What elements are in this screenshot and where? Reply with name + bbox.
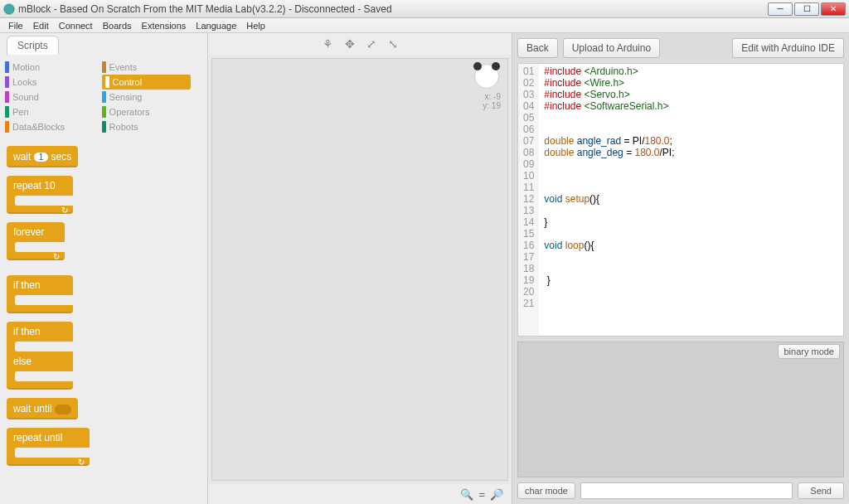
coord-y: y: 19: [483, 101, 501, 110]
coordinates: x: -9 y: 19: [483, 92, 501, 110]
edit-ide-button[interactable]: Edit with Arduino IDE: [732, 38, 844, 58]
main-area: Scripts MotionEventsLooksControlSoundSen…: [0, 33, 849, 504]
block-label: then: [21, 326, 40, 337]
menu-file[interactable]: File: [3, 21, 28, 31]
zoom-out-icon[interactable]: 🔍: [460, 488, 473, 501]
block-label: if: [13, 326, 21, 337]
minimize-button[interactable]: ─: [768, 2, 793, 16]
stage[interactable]: x: -9 y: 19: [211, 58, 508, 481]
block-label: secs: [48, 151, 71, 162]
category-label: Motion: [12, 62, 40, 72]
menu-extensions[interactable]: Extensions: [137, 21, 192, 31]
category-color-bar: [102, 61, 106, 73]
block-repeat[interactable]: repeat 10 ↻: [7, 176, 73, 214]
category-sensing[interactable]: Sensing: [102, 90, 199, 104]
block-if-else[interactable]: if then else: [7, 322, 73, 390]
menu-boards[interactable]: Boards: [98, 21, 137, 31]
category-color-bar: [5, 76, 9, 88]
category-datablocks[interactable]: Data&Blocks: [5, 119, 102, 134]
send-input[interactable]: [580, 482, 793, 499]
titlebar: mBlock - Based On Scratch From the MIT M…: [0, 0, 849, 18]
code-content[interactable]: #include <Arduino.h>#include <Wire.h>#in…: [539, 64, 679, 336]
condition-slot[interactable]: [55, 405, 71, 414]
send-button[interactable]: Send: [798, 482, 844, 499]
category-label: Data&Blocks: [12, 122, 65, 132]
category-label: Sound: [12, 92, 39, 102]
app-icon: [3, 3, 15, 15]
code-editor[interactable]: 0102030405060708091011121314151617181920…: [517, 63, 844, 337]
category-label: Operators: [109, 107, 150, 117]
block-value[interactable]: 1: [34, 153, 49, 162]
tab-scripts[interactable]: Scripts: [7, 36, 59, 55]
stage-toolbar: ⚘ ✥ ⤢ ⤡: [208, 33, 512, 55]
send-row: char mode Send: [517, 482, 844, 499]
category-list: MotionEventsLooksControlSoundSensingPenO…: [0, 55, 207, 139]
category-robots[interactable]: Robots: [102, 119, 199, 134]
maximize-button[interactable]: ☐: [794, 2, 819, 16]
line-gutter: 0102030405060708091011121314151617181920…: [518, 64, 539, 336]
loop-arrow-icon: ↻: [78, 458, 85, 467]
block-if[interactable]: if then: [7, 275, 73, 313]
category-color-bar: [5, 91, 9, 103]
block-label: wait: [13, 151, 34, 162]
category-sound[interactable]: Sound: [5, 90, 102, 104]
category-color-bar: [105, 76, 109, 88]
block-repeat-until[interactable]: repeat until ↻: [7, 428, 90, 466]
category-label: Control: [113, 77, 142, 87]
category-color-bar: [5, 61, 9, 73]
block-label: then: [21, 279, 40, 291]
category-label: Events: [109, 62, 138, 72]
menu-edit[interactable]: Edit: [28, 21, 54, 31]
block-palette: wait 1 secs repeat 10 ↻ forever ↻ if the…: [0, 139, 207, 504]
zoom-bar: 🔍 = 🔎: [208, 484, 512, 504]
block-label: if: [13, 279, 21, 291]
window-title: mBlock - Based On Scratch From the MIT M…: [18, 3, 768, 15]
category-pen[interactable]: Pen: [5, 104, 102, 119]
category-color-bar: [102, 91, 106, 103]
category-control[interactable]: Control: [102, 75, 191, 90]
category-looks[interactable]: Looks: [5, 75, 102, 90]
category-label: Pen: [12, 107, 29, 117]
block-label: repeat until: [13, 432, 62, 443]
console: binary mode: [517, 342, 844, 477]
category-label: Robots: [109, 122, 138, 132]
shrink-icon[interactable]: ⤡: [388, 37, 398, 51]
block-value[interactable]: 10: [44, 180, 55, 191]
category-motion[interactable]: Motion: [5, 60, 102, 75]
close-button[interactable]: ✕: [821, 2, 846, 16]
category-operators[interactable]: Operators: [102, 104, 199, 119]
tab-row: Scripts: [0, 33, 207, 55]
category-label: Sensing: [109, 92, 143, 102]
menu-connect[interactable]: Connect: [54, 21, 98, 31]
menubar: FileEditConnectBoardsExtensionsLanguageH…: [0, 18, 849, 33]
coord-x: x: -9: [483, 92, 501, 101]
category-events[interactable]: Events: [102, 60, 199, 75]
window-buttons: ─ ☐ ✕: [768, 2, 846, 16]
menu-help[interactable]: Help: [241, 21, 270, 31]
button-row: Back Upload to Arduino Edit with Arduino…: [517, 38, 844, 58]
right-column: Back Upload to Arduino Edit with Arduino…: [512, 33, 849, 504]
zoom-reset-icon[interactable]: =: [478, 488, 485, 501]
category-color-bar: [102, 106, 106, 118]
upload-button[interactable]: Upload to Arduino: [563, 38, 660, 58]
char-mode-button[interactable]: char mode: [517, 482, 575, 499]
category-color-bar: [102, 121, 106, 133]
back-button[interactable]: Back: [517, 38, 558, 58]
stamp-icon[interactable]: ⚘: [323, 37, 333, 51]
binary-mode-button[interactable]: binary mode: [778, 344, 840, 359]
middle-column: ⚘ ✥ ⤢ ⤡ x: -9 y: 19 🔍 = 🔎: [207, 33, 512, 504]
sprite-panda-icon[interactable]: [474, 64, 499, 89]
move-icon[interactable]: ✥: [345, 37, 355, 51]
grow-icon[interactable]: ⤢: [366, 37, 376, 51]
category-label: Looks: [12, 77, 36, 87]
block-label: repeat: [13, 180, 44, 191]
svg-point-0: [4, 3, 14, 13]
left-column: Scripts MotionEventsLooksControlSoundSen…: [0, 33, 207, 504]
block-wait-until[interactable]: wait until: [7, 398, 78, 419]
menu-language[interactable]: Language: [191, 21, 241, 31]
zoom-in-icon[interactable]: 🔎: [490, 488, 503, 501]
block-wait[interactable]: wait 1 secs: [7, 146, 78, 167]
block-forever[interactable]: forever ↻: [7, 222, 65, 260]
loop-arrow-icon: ↻: [53, 252, 60, 261]
block-label: forever: [7, 222, 65, 242]
